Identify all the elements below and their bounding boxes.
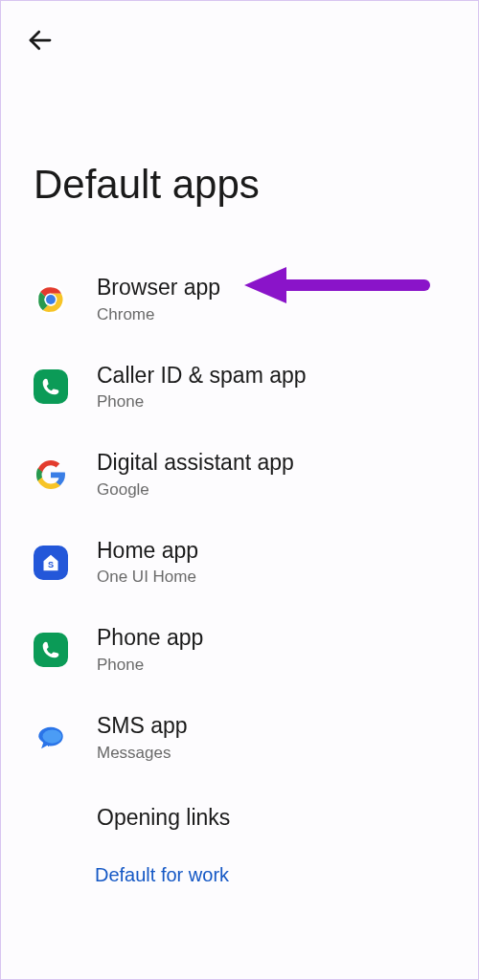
row-title: Opening links [97,805,230,832]
row-subtitle: Phone [97,656,203,675]
row-sms-app[interactable]: SMS app Messages [1,694,478,782]
default-for-work-link[interactable]: Default for work [1,855,478,886]
row-title: Home app [97,538,198,565]
chrome-icon [34,282,68,317]
row-browser-app[interactable]: Browser app Chrome [1,256,478,344]
google-icon [34,457,68,492]
row-title: Caller ID & spam app [97,363,307,390]
row-phone-app[interactable]: Phone app Phone [1,606,478,694]
row-title: SMS app [97,713,188,740]
back-arrow-icon [26,26,55,55]
phone-app-icon [34,633,68,667]
row-opening-links[interactable]: Opening links [1,782,478,855]
one-ui-home-icon: S [34,546,68,580]
row-title: Phone app [97,625,203,652]
default-apps-list: Browser app Chrome Caller ID & spam app … [1,246,478,855]
svg-point-3 [46,295,56,304]
phone-app-icon [34,369,68,404]
row-digital-assistant-app[interactable]: Digital assistant app Google [1,431,478,519]
row-subtitle: One UI Home [97,568,198,587]
spacer [34,801,68,835]
page-title: Default apps [1,56,478,246]
back-button[interactable] [24,24,57,56]
row-caller-id-app[interactable]: Caller ID & spam app Phone [1,344,478,432]
svg-text:S: S [48,560,54,569]
svg-point-5 [43,729,62,743]
row-title: Browser app [97,275,220,301]
row-subtitle: Messages [97,744,188,763]
row-subtitle: Google [97,480,294,500]
row-home-app[interactable]: S Home app One UI Home [1,519,478,607]
messages-icon [34,721,68,755]
row-subtitle: Phone [97,392,307,412]
row-title: Digital assistant app [97,450,294,477]
row-subtitle: Chrome [97,305,220,324]
